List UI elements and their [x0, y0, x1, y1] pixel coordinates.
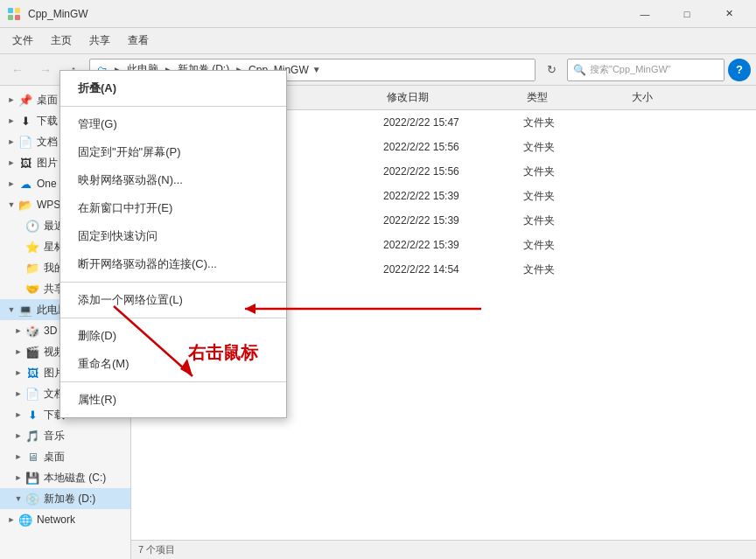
sidebar-item-network[interactable]: ► 🌐 Network	[0, 509, 130, 530]
svg-rect-1	[15, 8, 20, 13]
expand-icon: ►	[12, 325, 24, 337]
ctx-separator	[60, 381, 286, 382]
title-bar-icons	[7, 7, 21, 21]
expand-icon: ▼	[5, 304, 18, 316]
context-menu: 折叠(A)管理(G)固定到"开始"屏幕(P)映射网络驱动器(N)...在新窗口中…	[60, 70, 287, 418]
expand-icon: ►	[12, 472, 24, 484]
file-type: 文件夹	[523, 115, 628, 130]
context-menu-item[interactable]: 断开网络驱动器的连接(C)...	[60, 250, 286, 278]
context-menu-item[interactable]: 映射网络驱动器(N)...	[60, 166, 286, 194]
forward-button[interactable]: →	[33, 58, 58, 82]
cdrive-icon: 💾	[24, 470, 40, 486]
file-date: 2022/2/22 15:39	[383, 239, 523, 251]
sidebar-label-desk: 桌面	[44, 450, 65, 465]
thispc-icon: 💻	[18, 302, 33, 318]
sidebar-label-onedrive: One	[37, 178, 57, 190]
sidebar-item-ddrive[interactable]: ▼ 💿 新加卷 (D:)	[0, 488, 130, 509]
sidebar-label-downloads: 下载	[37, 114, 58, 129]
docs-icon: 📄	[18, 134, 33, 150]
myfiles-icon: 📁	[24, 260, 40, 276]
desk-icon: 🖥	[24, 449, 40, 465]
expand-icon: ►	[12, 346, 24, 358]
expand-icon: ►	[12, 451, 24, 463]
file-date: 2022/2/22 15:47	[383, 116, 523, 129]
search-placeholder: 搜索"Cpp_MinGW"	[590, 63, 671, 76]
window-title: Cpp_MinGW	[28, 8, 625, 20]
help-button[interactable]: ?	[728, 59, 751, 81]
dl-icon: ⬇	[24, 407, 40, 423]
status-bar: 7 个项目	[131, 540, 756, 559]
file-type: 文件夹	[523, 140, 628, 155]
address-bar-dropdown[interactable]: ▼	[312, 65, 321, 74]
back-button[interactable]: ←	[5, 58, 30, 82]
col-header-date[interactable]: 修改日期	[383, 90, 523, 105]
expand-icon: ▼	[12, 493, 24, 505]
music-icon: 🎵	[24, 428, 40, 444]
ddrive-icon: 💿	[24, 491, 40, 507]
documents-icon: 📄	[24, 386, 40, 402]
sidebar-item-music[interactable]: ► 🎵 音乐	[0, 425, 130, 446]
context-menu-item[interactable]: 固定到"开始"屏幕(P)	[60, 138, 286, 166]
desktop-icon: 📌	[18, 92, 33, 108]
pics-icon: 🖼	[24, 365, 40, 381]
context-menu-item[interactable]: 重命名(M)	[60, 350, 286, 378]
context-menu-item[interactable]: 添加一个网络位置(L)	[60, 286, 286, 314]
status-text: 7 个项目	[138, 543, 175, 556]
context-menu-item[interactable]: 属性(R)	[60, 386, 286, 414]
col-header-type[interactable]: 类型	[523, 90, 628, 105]
expand-icon: ►	[12, 409, 24, 421]
expand-icon: ►	[5, 157, 18, 169]
3d-icon: 🎲	[24, 323, 40, 339]
expand-icon: ►	[5, 94, 18, 106]
sidebar-item-desk[interactable]: ► 🖥 桌面	[0, 446, 130, 467]
starred-icon: ⭐	[24, 239, 40, 255]
video-icon: 🎬	[24, 344, 40, 360]
expand-icon: ►	[5, 178, 18, 190]
sidebar-label-cdrive: 本地磁盘 (C:)	[44, 471, 106, 486]
sidebar-label-docs: 文档	[37, 135, 58, 150]
ctx-separator	[60, 282, 286, 283]
file-type: 文件夹	[523, 189, 628, 204]
window-icon	[7, 7, 21, 21]
restore-button[interactable]: □	[667, 0, 707, 28]
menu-view[interactable]: 查看	[119, 30, 158, 52]
search-bar[interactable]: 🔍 搜索"Cpp_MinGW"	[567, 59, 724, 81]
network-icon: 🌐	[18, 512, 33, 528]
svg-rect-0	[8, 8, 13, 13]
file-type: 文件夹	[523, 164, 628, 179]
context-menu-item[interactable]: 管理(G)	[60, 110, 286, 138]
menu-file[interactable]: 文件	[4, 30, 42, 52]
downloads-icon: ⬇	[18, 113, 33, 129]
context-menu-item[interactable]: 在新窗口中打开(E)	[60, 194, 286, 222]
ctx-separator	[60, 106, 286, 107]
col-header-size[interactable]: 大小	[628, 90, 698, 105]
menu-bar: 文件 主页 共享 查看	[0, 28, 756, 54]
context-menu-item[interactable]: 删除(D)	[60, 322, 286, 350]
menu-home[interactable]: 主页	[42, 30, 80, 52]
svg-rect-2	[8, 15, 13, 20]
expand-icon: ▼	[5, 199, 18, 211]
sidebar-item-cdrive[interactable]: ► 💾 本地磁盘 (C:)	[0, 467, 130, 488]
svg-rect-3	[15, 15, 20, 20]
minimize-button[interactable]: —	[625, 0, 665, 28]
context-menu-item[interactable]: 固定到快速访问	[60, 222, 286, 250]
context-menu-item[interactable]: 折叠(A)	[60, 74, 286, 102]
search-icon: 🔍	[573, 64, 586, 76]
refresh-button[interactable]: ↻	[539, 58, 564, 82]
expand-icon: ►	[12, 430, 24, 442]
menu-share[interactable]: 共享	[80, 30, 119, 52]
file-type: 文件夹	[523, 238, 628, 253]
file-date: 2022/2/22 15:39	[383, 190, 523, 202]
expand-icon	[12, 241, 24, 253]
sidebar-label-pictures: 图片	[37, 156, 58, 171]
close-button[interactable]: ✕	[709, 0, 749, 28]
expand-icon	[12, 220, 24, 232]
file-date: 2022/2/22 15:39	[383, 214, 523, 227]
sidebar-label-music: 音乐	[44, 429, 65, 444]
expand-icon: ►	[12, 367, 24, 379]
expand-icon: ►	[5, 136, 18, 148]
shared-icon: 🤝	[24, 281, 40, 297]
recent-icon: 🕐	[24, 218, 40, 234]
sidebar-label-desktop: 桌面	[37, 93, 58, 108]
sidebar-label-ddrive: 新加卷 (D:)	[44, 492, 95, 507]
